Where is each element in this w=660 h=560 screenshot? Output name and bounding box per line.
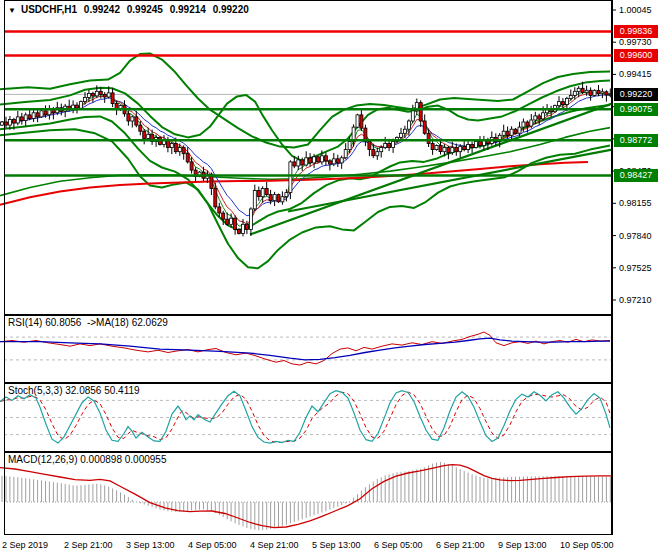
- time-tick-label: 2 Sep 21:00: [64, 540, 113, 550]
- macd-label: MACD(12,26,9) 0.000898 0.000955: [8, 454, 166, 465]
- price-tick-label: 0.97210: [619, 295, 652, 305]
- ohlc-close: 0.99220: [213, 4, 249, 15]
- price-tick-label: 0.98155: [619, 198, 652, 208]
- stoch-label: Stoch(5,3,3) 32.0856 50.4119: [8, 385, 140, 396]
- price-level-badge: 0.99836: [614, 25, 658, 38]
- price-tick-label: 1.00045: [619, 5, 652, 15]
- price-tick-label: 0.97525: [619, 263, 652, 273]
- chart-title: ▼USDCHF,H1 0.99242 0.99245 0.99214 0.992…: [8, 4, 253, 15]
- ohlc-open: 0.99242: [84, 4, 120, 15]
- time-tick-label: 4 Sep 21:00: [250, 540, 299, 550]
- price-axis[interactable]: 1.000450.997300.994150.991000.987850.984…: [612, 0, 660, 535]
- main-chart-plot[interactable]: [0, 0, 612, 315]
- symbol-dropdown-icon[interactable]: ▼: [8, 6, 16, 15]
- price-tick-label: 0.97840: [619, 231, 652, 241]
- time-tick-label: 6 Sep 21:00: [436, 540, 485, 550]
- price-tick-label: 0.99415: [619, 69, 652, 79]
- price-level-badge: 0.98772: [614, 134, 658, 147]
- price-tick-label: 0.99730: [619, 37, 652, 47]
- chart-window: ▼USDCHF,H1 0.99242 0.99245 0.99214 0.992…: [0, 0, 660, 560]
- time-tick-label: 9 Sep 13:00: [498, 540, 547, 550]
- ohlc-high: 0.99245: [127, 4, 163, 15]
- ohlc-low: 0.99214: [170, 4, 206, 15]
- price-level-badge: 0.99075: [614, 103, 658, 116]
- rsi-label: RSI(14) 60.8056 ->MA(18) 62.0629: [8, 317, 168, 328]
- main-chart-panel: [0, 0, 612, 315]
- time-tick-label: 5 Sep 13:00: [312, 540, 361, 550]
- price-level-badge: 0.99600: [614, 49, 658, 62]
- time-tick-label: 2 Sep 2019: [2, 540, 48, 550]
- time-tick-label: 4 Sep 05:00: [188, 540, 237, 550]
- time-tick-label: 6 Sep 05:00: [374, 540, 423, 550]
- price-level-badge: 0.99220: [614, 88, 658, 101]
- time-tick-label: 3 Sep 13:00: [126, 540, 175, 550]
- time-tick-label: 10 Sep 05:00: [560, 540, 614, 550]
- symbol-label: USDCHF,H1: [21, 4, 77, 15]
- price-level-badge: 0.98427: [614, 169, 658, 182]
